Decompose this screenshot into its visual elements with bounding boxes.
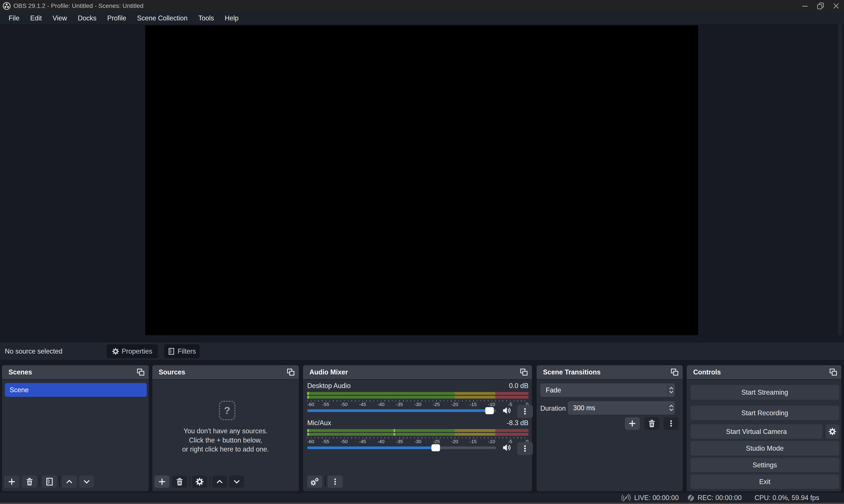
trash-icon — [648, 419, 656, 428]
chevron-up-icon — [65, 478, 73, 486]
advanced-audio-button[interactable] — [307, 475, 322, 488]
kebab-icon — [521, 445, 529, 452]
chevron-down-icon — [83, 478, 91, 486]
gears-icon — [310, 478, 319, 486]
scenes-panel: Scenes Scene — [2, 365, 149, 492]
toolbar-separator — [190, 475, 190, 487]
speaker-icon[interactable] — [503, 407, 512, 415]
spinner-icon[interactable] — [668, 401, 675, 415]
minimize-button[interactable] — [797, 0, 813, 12]
window-bottom-edge — [0, 503, 844, 504]
move-scene-up-button[interactable] — [62, 475, 77, 488]
obs-logo-icon — [3, 2, 11, 10]
duration-value: 300 ms — [573, 401, 595, 415]
scene-list-item[interactable]: Scene — [5, 383, 147, 397]
menu-profile[interactable]: Profile — [102, 12, 131, 24]
remove-transition-button[interactable] — [644, 417, 660, 430]
toolbar-separator — [210, 475, 210, 487]
menu-edit[interactable]: Edit — [25, 12, 47, 24]
controls-title: Controls — [693, 365, 721, 379]
window-title: OBS 29.1.2 - Profile: Untitled - Scenes:… — [13, 2, 143, 10]
sources-empty-text: You don't have any sources. Click the + … — [152, 427, 299, 454]
channel-menu-button[interactable] — [517, 442, 533, 455]
trash-icon — [176, 478, 184, 486]
start-virtual-camera-button[interactable]: Start Virtual Camera — [690, 424, 822, 439]
move-scene-down-button[interactable] — [79, 475, 94, 488]
filters-button[interactable]: Filters — [164, 344, 200, 358]
channel-name: Desktop Audio — [307, 382, 350, 390]
transition-select[interactable]: Fade — [540, 383, 675, 397]
remove-source-button[interactable] — [172, 475, 187, 488]
popup-icon[interactable] — [671, 368, 678, 376]
menu-view[interactable]: View — [47, 12, 72, 24]
scenes-header: Scenes — [2, 365, 148, 380]
add-source-button[interactable] — [155, 475, 170, 488]
slider-handle[interactable] — [431, 444, 440, 451]
source-toolbar: No source selected Properties Filters — [0, 343, 844, 360]
transition-menu-button[interactable] — [664, 417, 679, 430]
remove-scene-button[interactable] — [22, 475, 37, 488]
filters-label: Filters — [178, 347, 196, 355]
popup-icon[interactable] — [137, 368, 144, 376]
menu-tools[interactable]: Tools — [193, 12, 219, 24]
speaker-icon[interactable] — [503, 444, 512, 452]
toolbar-separator — [325, 475, 326, 487]
add-transition-button[interactable] — [625, 417, 640, 430]
audio-mixer-panel: Audio Mixer Desktop Audio 0.0 dB -60-55-… — [303, 365, 532, 492]
start-streaming-button[interactable]: Start Streaming — [690, 385, 839, 399]
empty-line-2: Click the + button below, — [152, 436, 299, 445]
controls-panel: Controls Start Streaming Start Recording… — [686, 365, 842, 492]
popup-icon[interactable] — [520, 368, 528, 376]
empty-line-3: or right click here to add one. — [152, 445, 299, 454]
slider-handle[interactable] — [485, 407, 494, 414]
menubar: File Edit View Docks Profile Scene Colle… — [0, 12, 844, 24]
volume-meter — [307, 392, 528, 399]
settings-button[interactable]: Settings — [690, 458, 839, 472]
virtual-camera-settings-button[interactable] — [826, 424, 839, 439]
filters-icon — [46, 478, 54, 486]
gear-icon — [196, 478, 204, 486]
spinner-icon[interactable] — [668, 383, 675, 397]
preview-area — [0, 24, 844, 336]
trash-icon — [25, 478, 34, 486]
add-scene-button[interactable] — [4, 475, 19, 488]
volume-slider[interactable] — [307, 444, 496, 451]
plus-icon — [8, 478, 16, 486]
scenes-title: Scenes — [8, 365, 32, 379]
menu-scene-collection[interactable]: Scene Collection — [131, 12, 193, 24]
volume-meter — [307, 429, 528, 436]
record-status-icon — [687, 494, 694, 501]
restore-button[interactable] — [813, 0, 828, 12]
obs-window: OBS 29.1.2 - Profile: Untitled - Scenes:… — [0, 0, 844, 504]
menu-help[interactable]: Help — [219, 12, 244, 24]
move-source-up-button[interactable] — [212, 475, 227, 488]
properties-button[interactable]: Properties — [107, 344, 158, 358]
kebab-icon — [667, 420, 675, 427]
scene-filters-button[interactable] — [42, 475, 57, 488]
source-properties-button[interactable] — [192, 475, 207, 488]
gear-icon — [112, 348, 119, 355]
volume-slider[interactable] — [307, 407, 496, 414]
menu-file[interactable]: File — [3, 12, 25, 24]
close-icon — [832, 2, 840, 10]
titlebar: OBS 29.1.2 - Profile: Untitled - Scenes:… — [0, 0, 844, 12]
gear-icon — [829, 428, 836, 435]
popup-icon[interactable] — [829, 368, 837, 376]
mixer-menu-button[interactable] — [328, 475, 343, 488]
transition-value: Fade — [546, 383, 561, 397]
scene-name: Scene — [10, 383, 29, 397]
studio-mode-button[interactable]: Studio Mode — [690, 441, 839, 455]
mixer-channel-desktop-audio: Desktop Audio 0.0 dB -60-55-50-45-40-35-… — [307, 382, 528, 419]
channel-menu-button[interactable] — [517, 405, 533, 418]
move-source-down-button[interactable] — [229, 475, 244, 488]
popup-icon[interactable] — [287, 368, 295, 376]
exit-button[interactable]: Exit — [690, 474, 839, 489]
preview-canvas[interactable] — [145, 25, 698, 335]
close-button[interactable] — [828, 0, 844, 12]
dock-edge — [838, 24, 842, 335]
start-recording-button[interactable]: Start Recording — [690, 406, 839, 420]
menu-docks[interactable]: Docks — [72, 12, 102, 24]
audio-mixer-title: Audio Mixer — [310, 365, 348, 379]
duration-input[interactable]: 300 ms — [568, 401, 675, 415]
controls-header: Controls — [687, 365, 841, 380]
